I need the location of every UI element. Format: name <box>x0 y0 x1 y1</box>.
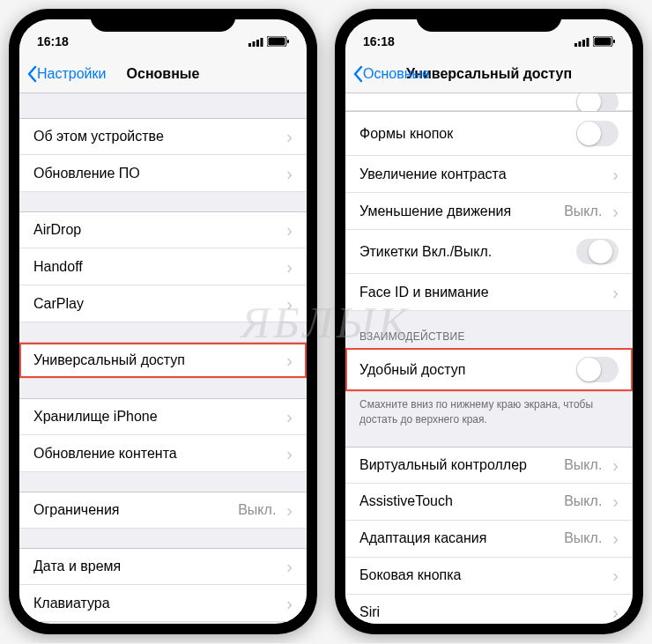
chevron-right-icon: › <box>612 566 619 584</box>
cell-label: AirDrop <box>33 222 283 238</box>
status-time: 16:18 <box>363 34 395 48</box>
chevron-left-icon <box>26 65 37 83</box>
svg-rect-3 <box>261 38 263 47</box>
chevron-right-icon: › <box>286 128 293 145</box>
status-indicators <box>248 36 289 47</box>
row-touch-accommodations[interactable]: Адаптация касанияВыкл.› <box>345 521 633 558</box>
screen-right: 16:18 Основные Универсальный доступ Форм… <box>345 19 633 624</box>
content-left[interactable]: Об этом устройстве› Обновление ПО› AirDr… <box>19 93 307 624</box>
row-keyboard[interactable]: Клавиатура› <box>19 585 307 622</box>
svg-rect-9 <box>582 40 585 47</box>
cell-label: Об этом устройстве <box>33 129 283 144</box>
chevron-right-icon: › <box>286 408 293 426</box>
nav-back-button[interactable]: Настройки <box>26 65 106 83</box>
chevron-right-icon: › <box>612 492 619 510</box>
cell-value: Выкл. <box>564 493 602 509</box>
svg-rect-10 <box>587 38 589 47</box>
toggle-switch[interactable] <box>576 357 619 382</box>
cell-label: AssistiveTouch <box>359 493 564 509</box>
row-reachability[interactable]: Удобный доступ <box>345 348 633 392</box>
row-accessibility[interactable]: Универсальный доступ› <box>19 342 307 379</box>
cell-label: Этикетки Вкл./Выкл. <box>359 244 576 260</box>
row-onoff-labels[interactable]: Этикетки Вкл./Выкл. <box>345 230 633 274</box>
chevron-right-icon: › <box>612 203 619 220</box>
row-assistivetouch[interactable]: AssistiveTouchВыкл.› <box>345 484 633 521</box>
nav-bar: Настройки Основные <box>19 55 307 93</box>
cell-label: Адаптация касания <box>359 530 564 546</box>
chevron-right-icon: › <box>286 165 293 182</box>
cell-value: Выкл. <box>564 204 602 219</box>
battery-icon <box>267 36 289 47</box>
row-about[interactable]: Об этом устройстве› <box>19 118 307 155</box>
cell-label: Формы кнопок <box>359 126 576 142</box>
signal-icon <box>574 37 589 47</box>
cell-label: Обновление контента <box>33 446 283 462</box>
cell-label: Виртуальный контроллер <box>359 457 564 473</box>
chevron-right-icon: › <box>612 529 619 547</box>
row-increase-contrast[interactable]: Увеличение контраста› <box>345 156 633 193</box>
row-side-button[interactable]: Боковая кнопка› <box>345 558 633 595</box>
cell-label: Ограничения <box>33 502 238 518</box>
chevron-right-icon: › <box>286 501 293 519</box>
row-storage[interactable]: Хранилище iPhone› <box>19 398 307 435</box>
svg-rect-12 <box>595 38 611 46</box>
chevron-right-icon: › <box>286 352 293 369</box>
content-right[interactable]: Формы кнопок Увеличение контраста› Умень… <box>345 93 633 624</box>
chevron-right-icon: › <box>612 456 619 474</box>
nav-back-label: Настройки <box>37 66 106 82</box>
svg-rect-0 <box>248 43 251 47</box>
status-indicators <box>574 36 615 47</box>
toggle-switch[interactable] <box>576 121 619 146</box>
cell-label: Клавиатура <box>33 596 283 611</box>
svg-rect-1 <box>253 41 256 47</box>
battery-icon <box>593 36 615 47</box>
cell-value: Выкл. <box>564 457 602 473</box>
row-siri[interactable]: Siri› <box>345 595 633 624</box>
signal-icon <box>248 37 263 47</box>
row-date-time[interactable]: Дата и время› <box>19 548 307 585</box>
chevron-right-icon: › <box>286 558 293 575</box>
chevron-right-icon: › <box>286 595 293 612</box>
row-switch-control[interactable]: Виртуальный контроллерВыкл.› <box>345 447 633 484</box>
chevron-right-icon: › <box>286 258 293 276</box>
nav-back-button[interactable]: Основные <box>352 65 430 83</box>
row-carplay[interactable]: CarPlay› <box>19 285 307 322</box>
svg-rect-8 <box>579 41 582 47</box>
group-footer-interaction: Смахните вниз по нижнему краю экрана, чт… <box>345 392 633 427</box>
chevron-left-icon <box>352 65 363 83</box>
status-time: 16:18 <box>37 34 69 48</box>
cell-label: Удобный доступ <box>359 362 576 378</box>
phone-left: 16:18 Настройки Основные Об этом устройс… <box>9 9 317 634</box>
row-software-update[interactable]: Обновление ПО› <box>19 155 307 192</box>
chevron-right-icon: › <box>286 221 293 239</box>
partial-row-top <box>345 93 633 111</box>
cell-label: Face ID и внимание <box>359 285 609 300</box>
cell-label: Уменьшение движения <box>359 204 564 219</box>
cell-label: Siri <box>359 604 609 620</box>
cell-label: Боковая кнопка <box>359 567 609 583</box>
row-restrictions[interactable]: ОграниченияВыкл.› <box>19 492 307 529</box>
chevron-right-icon: › <box>612 284 619 301</box>
row-reduce-motion[interactable]: Уменьшение движенияВыкл.› <box>345 193 633 230</box>
row-button-shapes[interactable]: Формы кнопок <box>345 111 633 156</box>
notch <box>417 9 562 32</box>
chevron-right-icon: › <box>612 166 619 183</box>
cell-label: CarPlay <box>33 296 283 312</box>
row-background-refresh[interactable]: Обновление контента› <box>19 435 307 472</box>
cell-label: Универсальный доступ <box>33 352 283 368</box>
phone-right: 16:18 Основные Универсальный доступ Форм… <box>335 9 643 634</box>
row-airdrop[interactable]: AirDrop› <box>19 211 307 248</box>
cell-label: Обновление ПО <box>33 166 283 181</box>
cell-label: Дата и время <box>33 559 283 574</box>
chevron-right-icon: › <box>286 295 293 313</box>
svg-rect-13 <box>613 40 615 43</box>
row-faceid-attention[interactable]: Face ID и внимание› <box>345 274 633 311</box>
svg-rect-2 <box>256 40 259 47</box>
svg-rect-7 <box>574 43 577 47</box>
svg-rect-5 <box>269 38 285 46</box>
cell-label: Handoff <box>33 259 283 275</box>
toggle-switch[interactable] <box>576 239 619 264</box>
chevron-right-icon: › <box>612 603 619 621</box>
notch <box>91 9 236 32</box>
row-handoff[interactable]: Handoff› <box>19 248 307 285</box>
